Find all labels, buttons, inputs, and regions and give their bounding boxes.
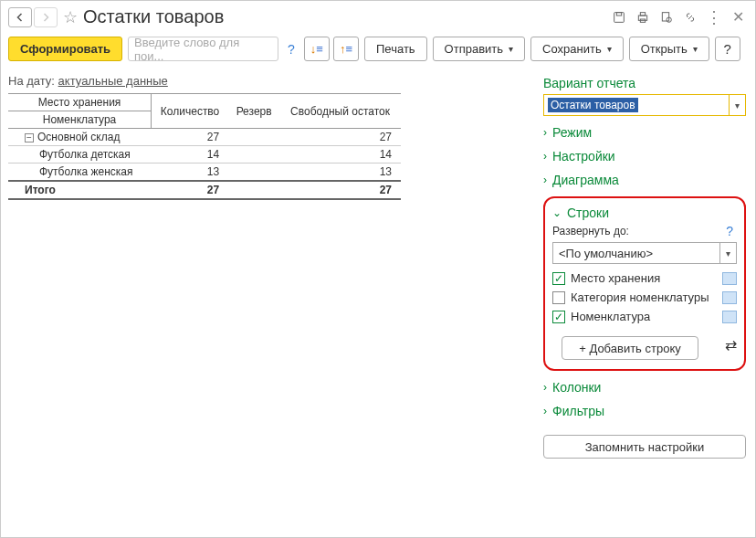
section-settings[interactable]: ›Настройки bbox=[543, 149, 746, 164]
send-button-label: Отправить bbox=[445, 42, 503, 56]
col-qty: Количество bbox=[152, 94, 229, 129]
expand-combo[interactable]: <По умолчанию> ▾ bbox=[552, 242, 737, 264]
svg-rect-0 bbox=[614, 12, 625, 22]
checkbox[interactable]: ✓ bbox=[552, 272, 565, 285]
send-button[interactable]: Отправить▾ bbox=[433, 37, 525, 61]
chevron-down-icon: ⌄ bbox=[552, 206, 562, 219]
date-filter: На дату: актуальные данные bbox=[8, 74, 530, 88]
chevron-down-icon: ▾ bbox=[693, 44, 698, 54]
link-icon[interactable] bbox=[680, 7, 700, 27]
preview-icon[interactable] bbox=[656, 7, 677, 27]
col-free: Свободный остаток bbox=[279, 94, 401, 129]
open-button-label: Открыть bbox=[641, 42, 688, 56]
rows-panel: ⌄Строки Развернуть до: ? <По умолчанию> … bbox=[543, 196, 746, 371]
table-row[interactable]: Футболка женская 13 13 bbox=[8, 164, 401, 182]
sort-desc-button[interactable]: ↑≡ bbox=[333, 37, 359, 61]
chevron-right-icon: › bbox=[543, 405, 547, 417]
rows-help-icon[interactable]: ? bbox=[722, 224, 737, 238]
nav-forward-button[interactable] bbox=[34, 7, 58, 27]
chevron-down-icon: ▾ bbox=[509, 44, 513, 54]
row-field-storage: ✓Место хранения bbox=[552, 271, 737, 285]
section-mode[interactable]: ›Режим bbox=[543, 125, 746, 140]
page-title: Остатки товаров bbox=[83, 6, 224, 27]
svg-rect-2 bbox=[638, 16, 646, 20]
section-diagram[interactable]: ›Диаграмма bbox=[543, 173, 746, 187]
section-rows[interactable]: ⌄Строки bbox=[552, 206, 737, 220]
variant-value: Остатки товаров bbox=[548, 98, 638, 112]
row-field-category: ✓Категория номенклатуры bbox=[552, 290, 737, 304]
field-settings-icon[interactable] bbox=[722, 291, 737, 304]
checkbox[interactable]: ✓ bbox=[552, 291, 565, 304]
chevron-right-icon: › bbox=[543, 174, 547, 186]
col-storage: Место хранения bbox=[8, 94, 152, 111]
field-settings-icon[interactable] bbox=[722, 311, 737, 323]
more-icon[interactable]: ⋮ bbox=[704, 7, 724, 27]
open-button[interactable]: Открыть▾ bbox=[629, 37, 709, 61]
row-field-nomenclature: ✓Номенклатура bbox=[552, 310, 737, 323]
checkbox[interactable]: ✓ bbox=[552, 311, 565, 323]
search-help-icon[interactable]: ? bbox=[284, 42, 299, 57]
help-button[interactable]: ? bbox=[715, 37, 740, 61]
expand-combo-value: <По умолчанию> bbox=[559, 247, 653, 260]
variant-select[interactable]: Остатки товаров ▾ bbox=[543, 94, 746, 116]
section-filters[interactable]: ›Фильтры bbox=[543, 404, 746, 418]
chevron-down-icon: ▾ bbox=[607, 44, 612, 54]
search-input[interactable]: Введите слово для пои... bbox=[128, 37, 278, 61]
print-icon[interactable] bbox=[633, 7, 653, 27]
col-reserve: Резерв bbox=[228, 94, 279, 129]
favorite-star-icon[interactable]: ☆ bbox=[63, 7, 78, 27]
sort-asc-button[interactable]: ↓≡ bbox=[304, 37, 330, 61]
print-button[interactable]: Печать bbox=[364, 37, 427, 61]
collapse-icon[interactable]: − bbox=[25, 133, 34, 142]
date-value-link[interactable]: актуальные данные bbox=[58, 74, 168, 88]
report-table: Место хранения Количество Резерв Свободн… bbox=[8, 93, 401, 200]
chevron-down-icon[interactable]: ▾ bbox=[719, 243, 736, 263]
expand-to-label: Развернуть до: bbox=[552, 225, 629, 237]
add-row-button[interactable]: + Добавить строку bbox=[562, 336, 698, 360]
remember-settings-button[interactable]: Запомнить настройки bbox=[543, 435, 746, 459]
save-button-label: Сохранить bbox=[542, 42, 602, 56]
chevron-down-icon[interactable]: ▾ bbox=[729, 95, 745, 115]
chevron-right-icon: › bbox=[543, 381, 547, 394]
group-name: Основной склад bbox=[37, 131, 120, 143]
close-icon[interactable]: ✕ bbox=[728, 7, 748, 27]
table-total-row: Итого 27 27 bbox=[8, 181, 401, 199]
variant-title: Вариант отчета bbox=[543, 76, 746, 90]
date-prefix: На дату: bbox=[8, 74, 55, 88]
field-settings-icon[interactable] bbox=[722, 272, 737, 285]
section-columns[interactable]: ›Колонки bbox=[543, 380, 746, 395]
col-nomenclature: Номенклатура bbox=[8, 111, 152, 129]
chevron-right-icon: › bbox=[543, 126, 547, 139]
table-row[interactable]: −Основной склад 27 27 bbox=[8, 129, 401, 146]
save-button[interactable]: Сохранить▾ bbox=[530, 37, 624, 61]
svg-rect-1 bbox=[616, 12, 621, 15]
svg-rect-5 bbox=[662, 12, 668, 20]
chevron-right-icon: › bbox=[543, 150, 547, 163]
generate-button[interactable]: Сформировать bbox=[8, 37, 122, 61]
svg-rect-3 bbox=[640, 12, 645, 15]
save-icon[interactable] bbox=[609, 7, 629, 27]
table-row[interactable]: Футболка детская 14 14 bbox=[8, 146, 401, 164]
shuffle-icon[interactable]: ⇄ bbox=[725, 336, 737, 353]
nav-back-button[interactable] bbox=[8, 7, 32, 27]
